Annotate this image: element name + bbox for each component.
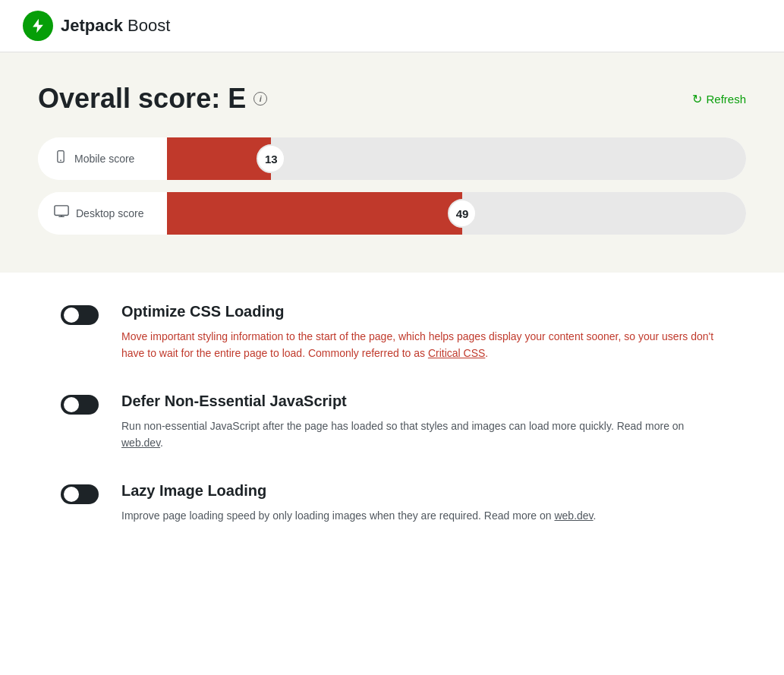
- desktop-icon: [53, 204, 70, 223]
- svg-point-1: [60, 159, 61, 161]
- svg-rect-2: [55, 205, 68, 215]
- lazy-image-content: Lazy Image Loading Improve page loading …: [121, 482, 723, 524]
- score-header: Overall score: E i ↻ Refresh: [38, 83, 746, 115]
- optimize-css-toggle-container[interactable]: [61, 305, 99, 325]
- optimize-css-description: Move important styling information to th…: [121, 328, 723, 362]
- mobile-score-bar-container: 13: [167, 137, 746, 180]
- refresh-icon: ↻: [692, 92, 702, 106]
- defer-js-toggle-container[interactable]: [61, 395, 99, 415]
- lazy-image-description: Improve page loading speed by only loadi…: [121, 507, 723, 524]
- overall-score-grade: E: [228, 83, 246, 115]
- mobile-score-value: 13: [257, 144, 285, 173]
- bolt-icon: [30, 17, 46, 34]
- refresh-label: Refresh: [706, 93, 746, 106]
- optimize-css-title: Optimize CSS Loading: [121, 303, 723, 320]
- lazy-image-toggle[interactable]: [61, 484, 99, 504]
- defer-js-title: Defer Non-Essential JavaScript: [121, 393, 723, 410]
- jetpack-logo: [23, 11, 53, 41]
- feature-lazy-image: Lazy Image Loading Improve page loading …: [61, 482, 723, 524]
- defer-js-link[interactable]: web.dev: [121, 437, 160, 449]
- desktop-score-bar-container: 49: [167, 192, 746, 235]
- refresh-button[interactable]: ↻ Refresh: [692, 92, 746, 106]
- score-bars: Mobile score 13 Desktop score: [38, 137, 746, 235]
- desktop-score-value: 49: [448, 199, 477, 228]
- score-section: Overall score: E i ↻ Refresh Mobile scor…: [0, 52, 784, 273]
- app-header: Jetpack Boost: [0, 0, 784, 52]
- overall-score-label: Overall score:: [38, 83, 220, 115]
- critical-css-link[interactable]: Critical CSS: [428, 347, 485, 359]
- feature-optimize-css: Optimize CSS Loading Move important styl…: [61, 303, 723, 362]
- mobile-score-row: Mobile score 13: [38, 137, 746, 180]
- optimize-css-toggle[interactable]: [61, 305, 99, 325]
- features-section: Optimize CSS Loading Move important styl…: [0, 273, 784, 554]
- desktop-score-row: Desktop score 49: [38, 192, 746, 235]
- defer-js-description: Run non-essential JavaScript after the p…: [121, 418, 723, 452]
- feature-defer-js: Defer Non-Essential JavaScript Run non-e…: [61, 393, 723, 452]
- mobile-score-bar-fill: 13: [167, 137, 271, 180]
- lazy-image-toggle-container[interactable]: [61, 484, 99, 504]
- mobile-icon: [53, 150, 68, 169]
- defer-js-content: Defer Non-Essential JavaScript Run non-e…: [121, 393, 723, 452]
- mobile-score-label: Mobile score: [38, 137, 167, 180]
- lazy-image-link[interactable]: web.dev: [554, 509, 593, 522]
- app-title: Jetpack Boost: [61, 16, 170, 36]
- defer-js-toggle[interactable]: [61, 395, 99, 415]
- desktop-score-bar-fill: 49: [167, 192, 462, 235]
- optimize-css-content: Optimize CSS Loading Move important styl…: [121, 303, 723, 362]
- lazy-image-title: Lazy Image Loading: [121, 482, 723, 500]
- desktop-score-label: Desktop score: [38, 192, 167, 235]
- info-icon[interactable]: i: [253, 92, 267, 106]
- overall-score-title: Overall score: E i: [38, 83, 267, 115]
